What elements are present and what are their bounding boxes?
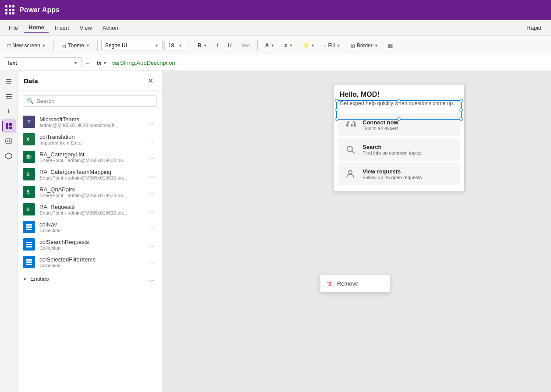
fill-button[interactable]: ▫ Fill ▼ (320, 40, 345, 51)
svg-text:S: S (27, 190, 30, 194)
handle-top-right[interactable] (459, 99, 463, 102)
svg-rect-4 (9, 123, 12, 126)
data-item-more-ra-requests[interactable]: … (148, 205, 156, 214)
action-connect-now[interactable]: Connect now Talk to an expert (338, 113, 460, 136)
data-item-name-ra-catergorylist: RA_CatergoryList (39, 151, 143, 158)
svg-rect-19 (26, 246, 32, 247)
data-item-more-ra-qnapairs[interactable]: … (148, 187, 156, 196)
data-item-info-coltranslation: colTranslation Imported from Excel (39, 134, 143, 145)
search-subtitle: Find info on common topics (363, 150, 422, 155)
search-info: Search Find info on common topics (363, 144, 422, 155)
sharepoint-icon-1: S (23, 151, 35, 163)
font-color-icon: A (265, 42, 269, 49)
data-item-info-ra-catergorymapping: RA_CatergoryTeamMapping SharePoint - adm… (39, 169, 143, 180)
theme-button[interactable]: ▤ Theme ▼ (57, 40, 94, 51)
action-view-requests[interactable]: View requests Follow up on open requests (338, 162, 460, 185)
entities-more-button[interactable]: … (148, 274, 156, 283)
menu-action[interactable]: Action (98, 23, 123, 33)
format-button[interactable]: ✨ ▼ (299, 40, 319, 51)
data-item-name-ra-qnapairs: RA_QnAPairs (39, 186, 143, 193)
data-item-more-ra-catergorymapping[interactable]: … (148, 170, 156, 179)
data-panel-close-button[interactable]: ✕ (145, 75, 156, 86)
sidebar-media-icon[interactable] (2, 134, 16, 148)
svg-rect-1 (6, 96, 12, 97)
font-selector[interactable]: Segoe UI ▼ (101, 41, 163, 50)
sidebar-layers-icon[interactable] (2, 89, 16, 103)
search-icon (343, 142, 357, 156)
svg-point-27 (348, 170, 352, 174)
svg-rect-18 (26, 244, 32, 245)
data-item-ra-catergorymapping[interactable]: S RA_CatergoryTeamMapping SharePoint - a… (18, 166, 162, 183)
italic-button[interactable]: I (213, 40, 222, 51)
fill-label: Fill (328, 42, 335, 49)
italic-icon: I (217, 42, 218, 49)
theme-chevron-icon: ▼ (86, 43, 90, 48)
person-icon (343, 167, 357, 181)
data-item-colselectedfilteritems[interactable]: colSelectedFilterItems Collection … (18, 253, 162, 271)
new-screen-button[interactable]: □ New screen ▼ (4, 40, 50, 51)
data-item-colsearchrequests[interactable]: colSearchRequests Collection … (18, 236, 162, 253)
data-item-ra-qnapairs[interactable]: S RA_QnAPairs SharePoint - admin@M365x01… (18, 183, 162, 201)
sidebar-data-icon[interactable] (2, 119, 16, 133)
fx-label: fx (96, 60, 102, 66)
font-size-selector[interactable]: 18 ▼ (164, 41, 186, 50)
underline-button[interactable]: U (224, 40, 236, 51)
svg-rect-22 (26, 264, 32, 265)
font-chevron-icon: ▼ (155, 43, 159, 48)
apps-icon[interactable] (5, 5, 15, 15)
data-item-sub-coltranslation: Imported from Excel (39, 140, 143, 145)
menu-insert[interactable]: Insert (50, 23, 74, 33)
sidebar-menu-icon[interactable]: ☰ (2, 74, 16, 88)
sidebar-components-icon[interactable] (2, 149, 16, 163)
data-item-more-colselectedfilteritems[interactable]: … (148, 258, 156, 266)
field-selector[interactable]: Text ▼ (3, 57, 82, 68)
menu-view[interactable]: View (75, 23, 96, 33)
data-item-sub-teams: admin@M365x019630.onmicrosoft... (39, 123, 143, 128)
entities-section[interactable]: ► Entities … (18, 271, 162, 286)
action-search[interactable]: Search Find info on common topics (338, 138, 460, 161)
connect-now-info: Connect now Talk to an expert (363, 119, 398, 131)
data-item-ra-requests[interactable]: S RA_Requests SharePoint - admin@M365x01… (18, 201, 162, 218)
context-menu-remove[interactable]: 🗑 Remove (320, 277, 390, 290)
data-item-more-coltranslation[interactable]: … (148, 135, 156, 144)
formula-value[interactable]: varString.AppDescription (112, 60, 548, 66)
handle-top-left[interactable] (335, 99, 338, 102)
border-chevron-icon: ▼ (374, 43, 378, 48)
data-item-more-teams[interactable]: … (148, 117, 156, 126)
data-item-ra-catergorylist[interactable]: S RA_CatergoryList SharePoint - admin@M3… (18, 148, 162, 166)
strikethrough-button[interactable]: abc (237, 40, 253, 51)
menu-home[interactable]: Home (24, 22, 49, 33)
connect-now-subtitle: Talk to an expert (363, 126, 398, 131)
data-item-name-colsearchrequests: colSearchRequests (39, 239, 143, 245)
bold-button[interactable]: B ▼ (194, 40, 211, 51)
sharepoint-icon-4: S (23, 203, 35, 215)
data-item-more-colsearchrequests[interactable]: … (148, 240, 156, 249)
font-color-button[interactable]: A ▼ (261, 40, 279, 51)
excel-icon: X (23, 133, 35, 145)
data-search-box[interactable]: 🔍 (23, 95, 156, 107)
border-button[interactable]: ▦ Border ▼ (346, 40, 382, 51)
app-card[interactable]: Hello, MOD! Get expert help quickly when… (333, 84, 465, 192)
data-item-more-ra-catergorylist[interactable]: … (148, 152, 156, 161)
align-button[interactable]: ≡ ▼ (280, 40, 297, 51)
data-item-sub-colsearchrequests: Collection (39, 245, 143, 251)
fx-button[interactable]: fx ▼ (94, 60, 109, 66)
extra-button[interactable]: ▦ (384, 40, 397, 51)
sidebar-plus-icon[interactable]: + (2, 104, 16, 118)
svg-rect-0 (6, 94, 12, 95)
top-bar: Power Apps (0, 0, 551, 20)
svg-point-7 (7, 141, 8, 142)
font-color-chevron-icon: ▼ (270, 43, 274, 48)
data-item-name-colnav: colNav (39, 221, 143, 228)
svg-line-26 (352, 151, 355, 154)
data-item-more-colnav[interactable]: … (148, 222, 156, 231)
app-card-header: Hello, MOD! Get expert help quickly when… (334, 85, 464, 110)
data-item-coltranslation[interactable]: X colTranslation Imported from Excel … (18, 131, 162, 148)
menu-file[interactable]: File (4, 23, 22, 33)
theme-icon: ▤ (61, 42, 66, 49)
data-item-microsoftteams[interactable]: T MicrosoftTeams admin@M365x019630.onmic… (18, 113, 162, 131)
svg-rect-24 (351, 124, 352, 127)
toolbar: □ New screen ▼ ▤ Theme ▼ Segoe UI ▼ 18 ▼… (0, 36, 551, 55)
search-input[interactable] (36, 98, 153, 104)
data-item-colnav[interactable]: colNav Collection … (18, 218, 162, 236)
